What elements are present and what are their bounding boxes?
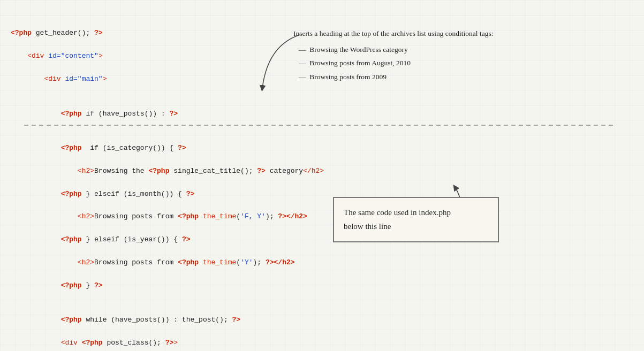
code-line: <?php if (have_posts()) : ?> xyxy=(11,108,644,119)
code-line: <h2>Browsing the <?php single_cat_title(… xyxy=(11,165,644,177)
code-line: <?php while (have_posts()) : the_post();… xyxy=(11,314,644,325)
annotation-item-2: — Browsing posts from August, 2010 xyxy=(299,56,634,70)
code-line: <?php } elseif (is_year()) { ?> xyxy=(11,234,644,245)
code-line: <?php } elseif (is_month()) { ?> xyxy=(11,188,644,200)
code-line: <?php if (is_category()) { ?> xyxy=(11,142,644,154)
code-line: <div <?php post_class(); ?>> xyxy=(11,337,644,348)
annotation-heading: Inserts a heading at the top of the arch… xyxy=(293,28,634,40)
annotation-container: Inserts a heading at the top of the arch… xyxy=(293,28,634,84)
code-line: <h2>Browsing posts from <?php the_time('… xyxy=(11,257,644,268)
annotation-item-3: — Browsing posts from 2009 xyxy=(299,70,634,84)
annotation-item-1: — Browsing the WordPress category xyxy=(299,43,634,57)
dashed-separator xyxy=(24,122,613,128)
box-annotation: The same code used in index.php below th… xyxy=(333,197,499,242)
code-line: <h2>Browsing posts from <?php the_time('… xyxy=(11,211,644,222)
code-line: <?php } ?> xyxy=(11,280,644,291)
annotation-list: — Browsing the WordPress category — Brow… xyxy=(299,43,634,84)
annotation-arrow-1 xyxy=(252,29,305,94)
